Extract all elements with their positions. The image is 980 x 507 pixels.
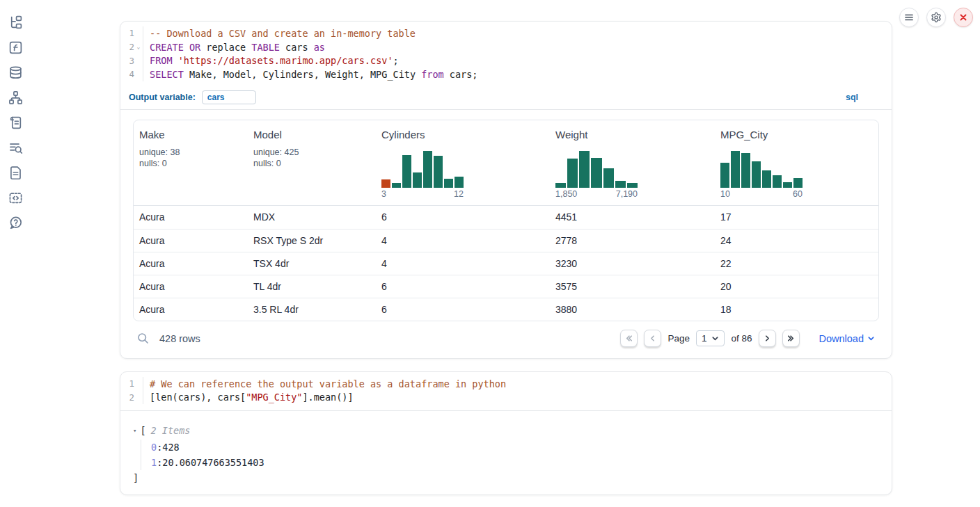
- variables-icon[interactable]: [8, 40, 24, 56]
- code-line-text[interactable]: CREATE OR replace TABLE cars as: [143, 40, 325, 54]
- code-line-text[interactable]: # We can reference the output variable a…: [143, 377, 506, 391]
- search-icon[interactable]: [137, 332, 149, 344]
- table-header-row: Makeunique: 38nulls: 0Modelunique: 425nu…: [134, 120, 878, 206]
- column-header-cylinders[interactable]: Cylinders312: [376, 120, 550, 205]
- column-header-make[interactable]: Makeunique: 38nulls: 0: [134, 120, 248, 205]
- code-line-text[interactable]: [len(cars), cars["MPG_City"].mean()]: [143, 390, 354, 404]
- table-cell: TSX 4dr: [248, 258, 376, 269]
- column-header-model[interactable]: Modelunique: 425nulls: 0: [248, 120, 376, 205]
- settings-gear-icon: [931, 12, 942, 23]
- notebook-actions-toolbar: [899, 8, 973, 27]
- file-tree-icon[interactable]: [8, 15, 24, 31]
- histogram-bars[interactable]: [381, 151, 464, 188]
- previous-page-button[interactable]: [644, 330, 661, 347]
- table-cell: RSX Type S 2dr: [248, 235, 376, 246]
- line-number: 4: [120, 69, 134, 79]
- histogram-bar[interactable]: [381, 179, 390, 188]
- next-page-button[interactable]: [759, 330, 776, 347]
- histogram-bar[interactable]: [555, 183, 566, 187]
- histogram-bar[interactable]: [720, 163, 729, 188]
- code-line: 1# We can reference the output variable …: [120, 377, 892, 391]
- table-row[interactable]: AcuraTL 4dr6357520: [134, 275, 878, 298]
- code-line-text[interactable]: -- Download a CSV and create an in-memor…: [143, 26, 416, 40]
- histogram-bar[interactable]: [591, 158, 601, 187]
- histogram-bar[interactable]: [603, 168, 614, 188]
- histogram-bars[interactable]: [555, 151, 638, 188]
- line-number: 1: [120, 378, 134, 389]
- table-row[interactable]: Acura3.5 RL 4dr6388018: [134, 298, 878, 321]
- histogram-bars[interactable]: [720, 151, 803, 188]
- histogram-bar[interactable]: [615, 181, 626, 188]
- tree-items: 0: 4281: 20.060747663551403: [141, 440, 879, 470]
- histogram-bar[interactable]: [741, 153, 750, 187]
- table-cell: 17: [715, 211, 878, 223]
- histogram-bar[interactable]: [413, 172, 422, 188]
- item-value: 20.060747663551403: [162, 457, 264, 468]
- item-value: 428: [162, 442, 179, 453]
- column-header-weight[interactable]: Weight1,8507,190: [550, 120, 715, 205]
- column-histogram: 312: [381, 151, 464, 199]
- collapse-chevron-icon[interactable]: ▾: [133, 427, 136, 434]
- histogram-bar[interactable]: [762, 170, 771, 187]
- first-page-button[interactable]: [620, 330, 638, 347]
- axis-min-label: 3: [381, 189, 386, 199]
- histogram-bar[interactable]: [627, 183, 638, 188]
- table-cell: MDX: [248, 211, 376, 223]
- table-row[interactable]: AcuraMDX6445117: [134, 206, 878, 229]
- settings-gear-button[interactable]: [926, 8, 946, 27]
- documentation-icon[interactable]: [8, 165, 24, 181]
- output-variable-input[interactable]: [202, 90, 256, 104]
- histogram-bar[interactable]: [773, 175, 782, 187]
- sql-code-editor[interactable]: 1-- Download a CSV and create an in-memo…: [120, 22, 892, 88]
- page-number-select[interactable]: 1: [696, 330, 725, 346]
- notebook-main-column: 1-- Download a CSV and create an in-memo…: [120, 21, 892, 495]
- histogram-bar[interactable]: [783, 182, 792, 188]
- table-cell: 3.5 RL 4dr: [248, 304, 376, 315]
- column-stat: unique: 425: [253, 147, 370, 159]
- download-button[interactable]: Download: [819, 333, 876, 344]
- code-line-text[interactable]: FROM 'https://datasets.marimo.app/cars.c…: [143, 54, 399, 67]
- code-line: 2⌄CREATE OR replace TABLE cars as: [120, 40, 892, 54]
- histogram-bar[interactable]: [731, 151, 740, 188]
- last-page-button[interactable]: [782, 330, 800, 347]
- histogram-bar[interactable]: [402, 155, 411, 188]
- pagination-controls: Page 1 of 86 Download: [620, 330, 875, 347]
- menu-button[interactable]: [899, 8, 919, 27]
- histogram-bar[interactable]: [392, 183, 401, 187]
- python-cell-output: ▾ [ 2 Items 0: 4281: 20.060747663551403 …: [120, 411, 892, 494]
- table-row[interactable]: AcuraTSX 4dr4323022: [134, 252, 878, 275]
- item-index: 0: [151, 442, 157, 453]
- shutdown-close-button[interactable]: [954, 8, 973, 27]
- histogram-bar[interactable]: [444, 179, 453, 188]
- code-line-text[interactable]: SELECT Make, Model, Cylinders, Weight, M…: [143, 67, 477, 81]
- table-cell: 6: [376, 211, 550, 223]
- code-token-plain: ].mean()]: [302, 392, 353, 403]
- histogram-bar[interactable]: [752, 161, 761, 188]
- histogram-bar[interactable]: [567, 159, 578, 187]
- scratchpad-icon[interactable]: [8, 115, 24, 131]
- python-code-editor[interactable]: 1# We can reference the output variable …: [120, 372, 892, 411]
- column-header-mpg_city[interactable]: MPG_City1060: [715, 120, 878, 205]
- line-gutter: 4: [120, 67, 143, 81]
- table-cell: 3575: [550, 281, 715, 292]
- table-cell: 20: [715, 281, 878, 292]
- code-token-keyword: SELECT: [150, 69, 184, 80]
- column-stat: nulls: 0: [253, 158, 370, 170]
- page-label: Page: [667, 333, 690, 344]
- snippets-icon[interactable]: [8, 190, 24, 206]
- logs-icon[interactable]: [8, 140, 24, 156]
- code-token-plain: ;: [393, 55, 399, 66]
- table-row[interactable]: AcuraRSX Type S 2dr4277824: [134, 229, 878, 252]
- fold-chevron-icon[interactable]: ⌄: [134, 44, 143, 50]
- histogram-bar[interactable]: [579, 151, 590, 188]
- datasources-icon[interactable]: [8, 65, 24, 81]
- histogram-bar[interactable]: [423, 151, 432, 188]
- data-table: Makeunique: 38nulls: 0Modelunique: 425nu…: [133, 120, 879, 321]
- dependency-graph-icon[interactable]: [8, 90, 24, 106]
- histogram-bar[interactable]: [455, 177, 464, 188]
- help-icon[interactable]: [8, 215, 24, 231]
- histogram-bar[interactable]: [434, 156, 443, 188]
- histogram-bar[interactable]: [793, 178, 803, 188]
- items-count-label: 2 Items: [151, 425, 191, 436]
- line-number: 3: [120, 56, 134, 66]
